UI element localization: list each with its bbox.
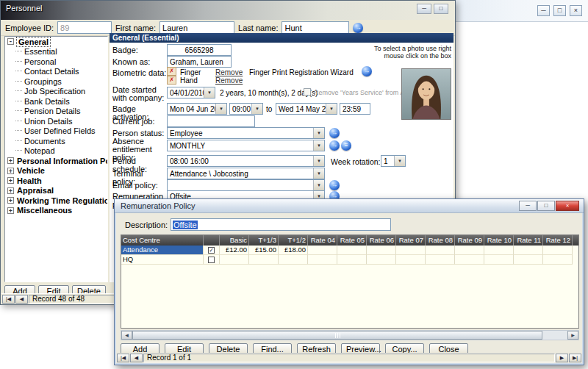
grid-cell-rate[interactable]: [543, 246, 573, 255]
grid-cell-rate[interactable]: [455, 246, 484, 255]
person-status-select[interactable]: Employee▼: [167, 127, 325, 139]
expand-icon[interactable]: +: [7, 207, 14, 214]
grid-cell-rate[interactable]: £18.00: [279, 246, 308, 255]
tree-item-contact-details[interactable]: Contact Details: [5, 67, 107, 77]
badge-input[interactable]: 6565298: [167, 44, 232, 56]
grid-col-t-1-3[interactable]: T+1/3: [249, 235, 279, 246]
grid-col-basic[interactable]: Basic: [220, 235, 249, 246]
grid-cell-rate[interactable]: £15.00: [249, 246, 279, 255]
scrollbar-thumb[interactable]: [132, 331, 542, 340]
minimize-icon[interactable]: ─: [519, 201, 537, 211]
person-status-detail-button[interactable]: →: [329, 128, 340, 138]
personnel-titlebar[interactable]: Personnel ─ □: [1, 1, 455, 20]
tree-item-bank-details[interactable]: Bank Details: [5, 96, 107, 107]
next-record-button[interactable]: ▶: [556, 354, 568, 362]
chevron-down-icon[interactable]: ▼: [251, 104, 262, 114]
finger-remove-link[interactable]: Remove: [215, 68, 243, 76]
absence-policy-select[interactable]: MONTHLY▼: [167, 140, 325, 151]
tree-item-personal[interactable]: Personal: [5, 57, 107, 67]
grid-cell-rate[interactable]: [249, 255, 279, 265]
grid-cell-rate[interactable]: [484, 246, 514, 255]
tree-item-appraisal[interactable]: +Appraisal: [5, 186, 107, 196]
unchecked-checkbox-icon[interactable]: [208, 257, 215, 263]
grid-col-rate-06[interactable]: Rate 06: [367, 235, 396, 246]
grid-cell-rate[interactable]: £12.00: [220, 246, 249, 255]
last-name-input[interactable]: [282, 21, 349, 34]
grid-cell-cost-centre[interactable]: Attendance: [121, 246, 204, 255]
chevron-down-icon[interactable]: ▼: [313, 140, 324, 151]
period-schedule-select[interactable]: 08:00 16:00▼: [167, 155, 325, 167]
chevron-down-icon[interactable]: ▼: [313, 156, 324, 166]
grid-col-rate-05[interactable]: Rate 05: [337, 235, 367, 246]
collapse-icon[interactable]: -: [7, 38, 14, 45]
chevron-down-icon[interactable]: ▼: [313, 168, 324, 179]
grid-cell-rate[interactable]: [543, 255, 573, 265]
tree-item-job-specification[interactable]: Job Specification: [5, 87, 107, 97]
hand-remove-link[interactable]: Remove: [215, 76, 243, 85]
tree-item-pension-details[interactable]: Pension Details: [5, 107, 107, 117]
minimize-icon[interactable]: ─: [537, 5, 550, 16]
grid-col-t-1-2[interactable]: T+1/2: [279, 235, 308, 246]
grid-col-rate-04[interactable]: Rate 04: [308, 235, 337, 246]
scroll-right-icon[interactable]: ▶: [567, 331, 578, 340]
grid-cell-rate[interactable]: [367, 246, 396, 255]
tree-item-vehicle[interactable]: +Vehicle: [5, 166, 107, 176]
tree-item-general[interactable]: -General: [5, 37, 107, 47]
grid-cell-rate[interactable]: [337, 255, 367, 265]
first-record-button[interactable]: |◀: [2, 295, 15, 304]
name-detail-button[interactable]: →: [353, 23, 363, 33]
employee-id-input[interactable]: [57, 21, 112, 34]
scroll-left-icon[interactable]: ◀: [121, 331, 132, 340]
grid-col-cost-centre[interactable]: Cost Centre: [121, 235, 204, 246]
expand-icon[interactable]: +: [7, 157, 14, 164]
horizontal-scrollbar[interactable]: ◀ ▶: [121, 330, 579, 340]
week-rotation-select[interactable]: 1▼: [381, 155, 406, 167]
grid-cell-rate[interactable]: [455, 255, 484, 265]
description-input[interactable]: Offsite: [171, 218, 391, 231]
grid-cell-rate[interactable]: [279, 255, 308, 265]
grid-col-checkbox[interactable]: [204, 235, 220, 246]
tree-item-documents[interactable]: Documents: [5, 136, 107, 146]
tree-item-working-time-regulations[interactable]: +Working Time Regulations: [5, 196, 107, 206]
expand-icon[interactable]: +: [7, 177, 14, 184]
previous-record-button[interactable]: ◀: [15, 295, 28, 304]
grid-cell-rate[interactable]: [514, 255, 543, 265]
first-name-input[interactable]: [159, 21, 234, 34]
grid-row-hq[interactable]: HQ: [121, 255, 578, 265]
tree-item-miscellaneous[interactable]: +Miscellaneous: [5, 206, 107, 216]
tree-item-notepad[interactable]: Notepad: [5, 146, 107, 157]
email-policy-select[interactable]: ▼: [167, 179, 325, 191]
grid-cell-rate[interactable]: [514, 246, 543, 255]
tree-item-user-defined-fields[interactable]: User Defined Fields: [5, 126, 107, 137]
grid-cell-rate[interactable]: [484, 255, 514, 265]
email-detail-button[interactable]: →: [329, 180, 340, 190]
tree-item-personal-information-portal[interactable]: +Personal Information Portal: [5, 156, 107, 166]
date-started-select[interactable]: 04/01/2010▼: [167, 87, 215, 98]
dialog-titlebar[interactable]: Remuneration Policy ─ □ ×: [115, 199, 584, 213]
close-icon[interactable]: ×: [556, 201, 579, 211]
chevron-down-icon[interactable]: ▼: [204, 87, 215, 98]
grid-cell-checkbox[interactable]: ✓: [204, 246, 220, 255]
grid-col-rate-10[interactable]: Rate 10: [484, 235, 514, 246]
tree-item-groupings[interactable]: Groupings: [5, 76, 107, 87]
grid-cell-rate[interactable]: [337, 246, 367, 255]
current-job-input[interactable]: [167, 115, 255, 127]
expand-icon[interactable]: +: [7, 197, 14, 204]
grid-cell-rate[interactable]: [220, 255, 249, 265]
checked-checkbox-icon[interactable]: ✓: [208, 247, 215, 254]
maximize-icon[interactable]: □: [434, 4, 448, 14]
chevron-down-icon[interactable]: ▼: [313, 180, 324, 190]
absence-detail-button[interactable]: →: [329, 140, 340, 151]
chevron-down-icon[interactable]: ▼: [215, 104, 226, 114]
expand-icon[interactable]: +: [7, 168, 14, 174]
grid-cell-rate[interactable]: [396, 255, 426, 265]
expand-icon[interactable]: +: [7, 187, 14, 194]
tree-item-essential[interactable]: Essential: [5, 47, 107, 57]
tree-item-health[interactable]: +Health: [5, 176, 107, 186]
close-icon[interactable]: ×: [570, 5, 582, 16]
wizard-button[interactable]: →: [362, 66, 372, 76]
chevron-down-icon[interactable]: ▼: [394, 156, 405, 166]
maximize-icon[interactable]: □: [537, 201, 555, 211]
activation-end-time-input[interactable]: 23:59: [340, 103, 370, 115]
grid-row-attendance[interactable]: Attendance✓£12.00£15.00£18.00: [121, 246, 578, 255]
